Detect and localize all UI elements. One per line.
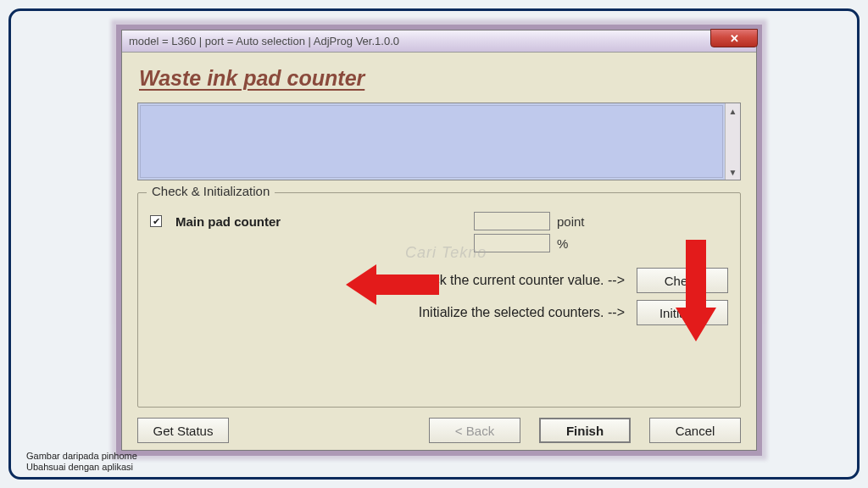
scroll-down-icon[interactable]: ▼ [726,164,740,180]
check-description: Check the current counter value. --> [408,273,625,288]
finish-button[interactable]: Finish [539,418,631,443]
scrollbar[interactable]: ▲ ▼ [725,103,740,180]
cancel-label: Cancel [676,424,715,438]
credit-line-2: Ubahsuai dengan aplikasi [26,462,137,474]
log-listbox[interactable]: ▲ ▼ [137,103,741,180]
initialize-button[interactable]: Initialize [637,300,728,325]
image-credit: Gambar daripada pinhome Ubahsuai dengan … [26,451,137,474]
main-pad-label: Main pad counter [175,214,353,229]
titlebar: model = L360 | port = Auto selection | A… [122,30,756,53]
cancel-button[interactable]: Cancel [649,418,741,443]
image-frame: model = L360 | port = Auto selection | A… [8,8,860,480]
close-icon: ✕ [730,32,739,45]
check-init-group: Check & Initialization ✔ Main pad counte… [137,192,741,408]
percent-unit-label: % [555,236,728,251]
dialog-content: Waste ink pad counter ▲ ▼ Check & Initia… [122,53,756,450]
get-status-button[interactable]: Get Status [137,418,229,443]
back-label: < Back [455,424,494,438]
bottom-button-row: Get Status < Back Finish Cancel [137,418,741,443]
initialize-button-label: Initialize [659,306,705,320]
finish-label: Finish [566,424,604,438]
main-pad-row: ✔ Main pad counter point [150,212,728,230]
dialog-window: model = L360 | port = Auto selection | A… [121,30,757,451]
main-pad-checkbox[interactable]: ✔ [150,215,162,227]
fieldset-legend: Check & Initialization [147,184,275,198]
credit-line-1: Gambar daripada pinhome [26,451,137,463]
check-button[interactable]: Check [637,268,728,293]
log-listbox-inner [140,105,723,178]
scroll-up-icon[interactable]: ▲ [726,103,740,119]
back-button[interactable]: < Back [429,418,520,443]
percent-row: % [150,234,728,252]
point-value-field [474,212,550,230]
percent-value-field [474,234,550,252]
initialize-description: Initialize the selected counters. --> [419,305,625,320]
check-button-label: Check [665,274,701,288]
point-unit-label: point [555,214,728,229]
titlebar-text: model = L360 | port = Auto selection | A… [129,35,399,47]
get-status-label: Get Status [153,424,214,438]
initialize-row: Initialize the selected counters. --> In… [150,300,728,325]
check-row: Check the current counter value. --> Che… [150,268,728,293]
action-rows: Check the current counter value. --> Che… [150,268,728,325]
page-title: Waste ink pad counter [139,66,741,92]
close-button[interactable]: ✕ [710,29,758,47]
check-icon: ✔ [153,216,160,227]
